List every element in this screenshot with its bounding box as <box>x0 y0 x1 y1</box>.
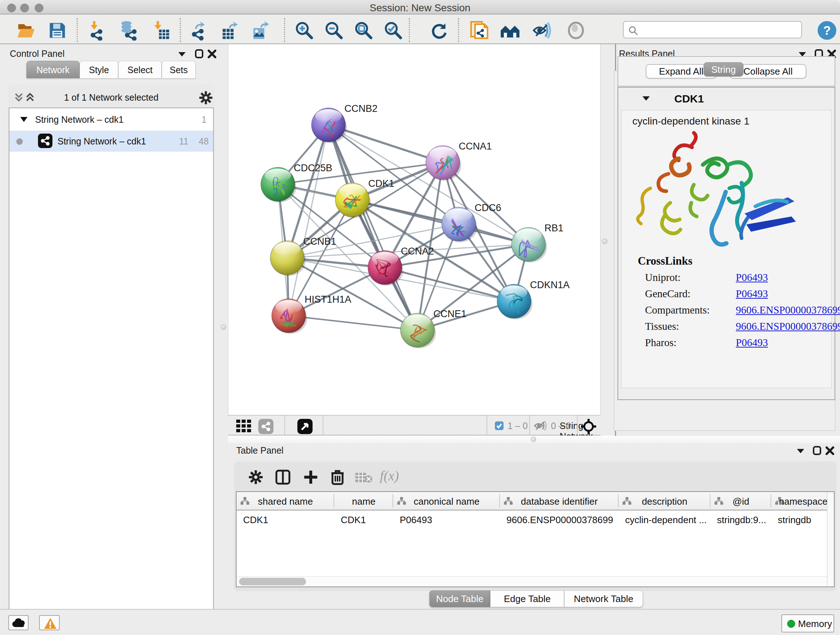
table-cell[interactable]: cyclin-dependent ... <box>625 515 706 526</box>
section-collapse-icon[interactable] <box>642 96 650 101</box>
node-RB1[interactable]: RB1 <box>512 223 564 263</box>
export-table-icon[interactable] <box>220 20 240 41</box>
import-table-icon[interactable] <box>151 20 172 41</box>
export-image-icon[interactable] <box>251 20 271 41</box>
birdseye-grid-icon[interactable] <box>236 420 252 433</box>
navigate-crosshair-icon[interactable] <box>581 419 596 434</box>
cloud-button[interactable] <box>8 615 28 630</box>
network-row-selected[interactable]: String Network – cdk1 11 48 <box>9 131 213 152</box>
column-header-shared-name[interactable]: shared name <box>237 492 334 510</box>
node-CCNA1[interactable]: CCNA1 <box>426 141 492 181</box>
tab-edge-table[interactable]: Edge Table <box>490 591 564 607</box>
open-in-window-icon[interactable] <box>297 419 313 434</box>
table-vertical-scrollbar[interactable] <box>827 492 834 586</box>
share-view-icon[interactable] <box>258 419 273 434</box>
table-cell[interactable]: CDK1 <box>341 515 366 526</box>
edge-CCNA2-CDKN1A[interactable] <box>385 268 514 301</box>
tab-sets[interactable]: Sets <box>162 61 196 78</box>
crosslink-link[interactable]: P06493 <box>736 288 768 300</box>
tab-node-table[interactable]: Node Table <box>429 591 490 607</box>
node-CCNE1[interactable]: CCNE1 <box>401 309 467 348</box>
network-collection-row[interactable]: String Network – cdk1 1 <box>9 109 213 130</box>
show-columns-icon[interactable] <box>275 469 291 485</box>
column-header-description[interactable]: description <box>619 492 711 510</box>
close-panel-icon[interactable] <box>208 49 216 59</box>
maximize-panel-icon[interactable] <box>813 446 821 455</box>
selected-checkbox-icon[interactable] <box>495 421 504 430</box>
document-share-icon[interactable] <box>470 20 490 41</box>
table-cell[interactable]: 9606.ENSP00000378699 <box>507 515 613 526</box>
table-horizontal-scrollbar[interactable] <box>237 576 827 586</box>
open-session-icon[interactable] <box>16 20 36 41</box>
crosslink-row: Tissues:9606.ENSP00000378699 <box>645 320 679 333</box>
table-cell[interactable]: CDK1 <box>243 515 268 526</box>
homes-icon[interactable] <box>500 20 520 41</box>
network-canvas[interactable]: CCNB2CCNA1CDC25BCDK1CDC6RB1CCNB1CCNA2CDK… <box>228 44 600 415</box>
maximize-panel-icon[interactable] <box>195 49 204 59</box>
export-network-icon[interactable] <box>189 20 210 41</box>
tab-network-table[interactable]: Network Table <box>564 591 643 607</box>
tab-select[interactable]: Select <box>118 61 162 78</box>
crosslink-link[interactable]: 9606.ENSP00000378699 <box>736 304 840 316</box>
delete-table-icon <box>355 472 373 483</box>
zoom-fit-icon[interactable] <box>354 20 374 41</box>
scrollbar-thumb[interactable] <box>239 578 306 585</box>
node-label-HIST1H1A: HIST1H1A <box>305 294 351 305</box>
node-CDKN1A[interactable]: CDKN1A <box>497 279 570 319</box>
import-network-icon[interactable] <box>88 20 108 41</box>
cdk1-section-header[interactable]: CDK1 <box>618 88 835 110</box>
delete-column-trash-icon[interactable] <box>330 469 345 486</box>
table-cell[interactable]: stringdb <box>778 515 812 526</box>
protein-description: cyclin-dependent kinase 1 <box>632 116 750 127</box>
cdk1-section: CDK1 cyclin-dependent kinase 1 <box>617 87 835 400</box>
column-header-canonical-name[interactable]: canonical name <box>393 492 500 510</box>
crosslink-row: Compartments:9606.ENSP00000378699 <box>645 304 710 316</box>
edge-HIST1H1A-CCNE1[interactable] <box>289 316 417 330</box>
edge-CDK1-RB1[interactable] <box>352 200 529 244</box>
edge-CCNB2-HIST1H1A[interactable] <box>289 125 328 316</box>
crosslink-link[interactable]: 9606.ENSP00000378699 <box>736 320 840 333</box>
warning-button[interactable] <box>39 615 60 630</box>
import-database-icon[interactable] <box>118 20 139 41</box>
crosslink-row: Uniprot:P06493 <box>645 272 681 283</box>
right-splitter-handle[interactable] <box>602 239 607 244</box>
hide-unhide-icon[interactable] <box>532 20 553 41</box>
zoom-selected-icon[interactable] <box>383 20 403 41</box>
float-panel-icon[interactable] <box>797 448 805 454</box>
tab-network[interactable]: Network <box>27 61 80 78</box>
float-panel-icon[interactable] <box>178 51 186 57</box>
crosslink-row: GeneCard:P06493 <box>645 288 691 300</box>
column-header-namespace[interactable]: namespace <box>771 492 835 510</box>
zoom-in-icon[interactable] <box>294 20 314 41</box>
refresh-icon[interactable] <box>429 20 449 41</box>
zoom-out-icon[interactable] <box>324 20 344 41</box>
add-column-icon[interactable] <box>303 469 319 485</box>
main-toolbar: ? <box>0 15 840 44</box>
protein-structure-image <box>636 130 810 250</box>
crosslink-link[interactable]: P06493 <box>736 337 768 348</box>
column-header-database-identifier[interactable]: database identifier <box>500 492 619 510</box>
toolbar-separator <box>284 18 285 42</box>
column-header-name[interactable]: name <box>334 492 393 510</box>
node-label-CCNA1: CCNA1 <box>459 141 492 152</box>
crosslink-link[interactable]: P06493 <box>736 272 768 283</box>
gear-icon[interactable] <box>199 91 213 105</box>
tab-string[interactable]: String <box>704 62 744 76</box>
search-input[interactable] <box>623 21 802 38</box>
column-header--id[interactable]: @id <box>711 492 771 510</box>
table-cell[interactable]: stringdb:9... <box>717 515 766 526</box>
tab-style[interactable]: Style <box>80 61 118 78</box>
memory-button[interactable]: Memory <box>782 614 834 632</box>
close-panel-icon[interactable] <box>826 446 834 455</box>
left-splitter-handle[interactable] <box>221 325 226 330</box>
column-label: canonical name <box>393 496 500 507</box>
help-icon[interactable]: ? <box>817 20 837 41</box>
table-settings-gear-icon[interactable] <box>248 470 263 485</box>
save-session-icon[interactable] <box>47 20 67 41</box>
bottom-splitter-handle[interactable] <box>531 437 536 442</box>
table-cell[interactable]: P06493 <box>400 515 432 526</box>
collapse-arrow-icon[interactable] <box>19 116 28 123</box>
eye-icon[interactable] <box>566 20 586 41</box>
cdk1-details: cyclin-dependent kinase 1 <box>621 110 832 388</box>
node-HIST1H1A[interactable]: HIST1H1A <box>272 294 351 334</box>
